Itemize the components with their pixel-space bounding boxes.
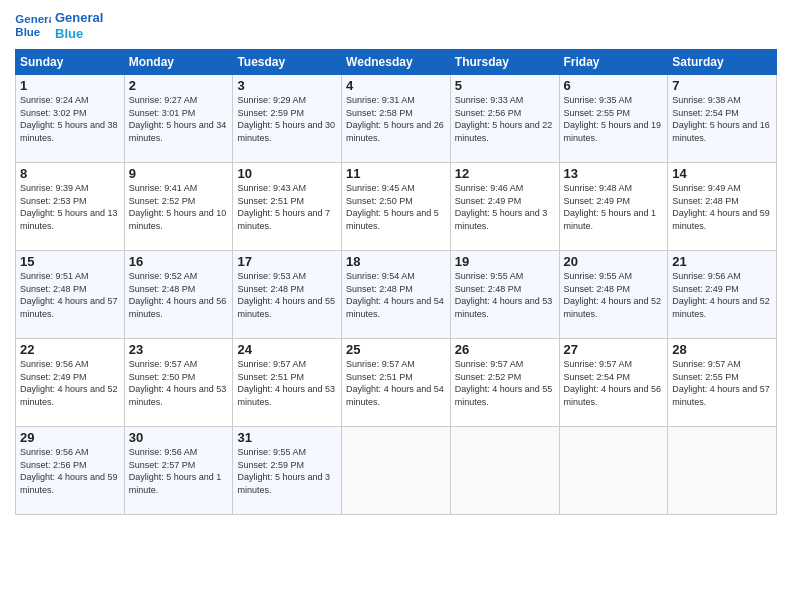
day-number: 3 (237, 78, 337, 93)
day-info: Sunrise: 9:56 AM Sunset: 2:56 PM Dayligh… (20, 446, 120, 496)
daylight-label: Daylight: 4 hours and 52 minutes. (20, 384, 118, 407)
calendar-day-cell: 13 Sunrise: 9:48 AM Sunset: 2:49 PM Dayl… (559, 163, 668, 251)
col-saturday: Saturday (668, 50, 777, 75)
calendar-day-cell: 31 Sunrise: 9:55 AM Sunset: 2:59 PM Dayl… (233, 427, 342, 515)
sunset-label: Sunset: 2:50 PM (129, 372, 196, 382)
sunset-label: Sunset: 2:48 PM (455, 284, 522, 294)
day-info: Sunrise: 9:52 AM Sunset: 2:48 PM Dayligh… (129, 270, 229, 320)
day-number: 18 (346, 254, 446, 269)
day-info: Sunrise: 9:24 AM Sunset: 3:02 PM Dayligh… (20, 94, 120, 144)
calendar-day-cell (450, 427, 559, 515)
sunset-label: Sunset: 2:56 PM (455, 108, 522, 118)
day-number: 22 (20, 342, 120, 357)
day-info: Sunrise: 9:57 AM Sunset: 2:55 PM Dayligh… (672, 358, 772, 408)
calendar-day-cell: 16 Sunrise: 9:52 AM Sunset: 2:48 PM Dayl… (124, 251, 233, 339)
sunset-label: Sunset: 2:48 PM (346, 284, 413, 294)
calendar-day-cell: 6 Sunrise: 9:35 AM Sunset: 2:55 PM Dayli… (559, 75, 668, 163)
daylight-label: Daylight: 4 hours and 52 minutes. (672, 296, 770, 319)
daylight-label: Daylight: 5 hours and 16 minutes. (672, 120, 770, 143)
daylight-label: Daylight: 5 hours and 5 minutes. (346, 208, 439, 231)
daylight-label: Daylight: 4 hours and 52 minutes. (564, 296, 662, 319)
day-info: Sunrise: 9:46 AM Sunset: 2:49 PM Dayligh… (455, 182, 555, 232)
sunset-label: Sunset: 2:51 PM (237, 196, 304, 206)
calendar-day-cell: 18 Sunrise: 9:54 AM Sunset: 2:48 PM Dayl… (342, 251, 451, 339)
daylight-label: Daylight: 5 hours and 38 minutes. (20, 120, 118, 143)
daylight-label: Daylight: 4 hours and 59 minutes. (20, 472, 118, 495)
sunset-label: Sunset: 2:52 PM (455, 372, 522, 382)
sunrise-label: Sunrise: 9:56 AM (672, 271, 741, 281)
calendar-day-cell: 15 Sunrise: 9:51 AM Sunset: 2:48 PM Dayl… (16, 251, 125, 339)
calendar-day-cell: 20 Sunrise: 9:55 AM Sunset: 2:48 PM Dayl… (559, 251, 668, 339)
sunset-label: Sunset: 2:48 PM (237, 284, 304, 294)
day-number: 12 (455, 166, 555, 181)
sunrise-label: Sunrise: 9:29 AM (237, 95, 306, 105)
day-info: Sunrise: 9:54 AM Sunset: 2:48 PM Dayligh… (346, 270, 446, 320)
sunrise-label: Sunrise: 9:54 AM (346, 271, 415, 281)
sunset-label: Sunset: 2:49 PM (455, 196, 522, 206)
logo: General Blue General Blue (15, 10, 103, 41)
sunset-label: Sunset: 3:01 PM (129, 108, 196, 118)
sunrise-label: Sunrise: 9:57 AM (346, 359, 415, 369)
col-tuesday: Tuesday (233, 50, 342, 75)
day-info: Sunrise: 9:39 AM Sunset: 2:53 PM Dayligh… (20, 182, 120, 232)
calendar-day-cell: 22 Sunrise: 9:56 AM Sunset: 2:49 PM Dayl… (16, 339, 125, 427)
sunrise-label: Sunrise: 9:39 AM (20, 183, 89, 193)
sunset-label: Sunset: 2:53 PM (20, 196, 87, 206)
sunrise-label: Sunrise: 9:49 AM (672, 183, 741, 193)
day-number: 2 (129, 78, 229, 93)
day-number: 31 (237, 430, 337, 445)
calendar-week-row: 29 Sunrise: 9:56 AM Sunset: 2:56 PM Dayl… (16, 427, 777, 515)
sunrise-label: Sunrise: 9:35 AM (564, 95, 633, 105)
sunrise-label: Sunrise: 9:57 AM (237, 359, 306, 369)
calendar-day-cell: 19 Sunrise: 9:55 AM Sunset: 2:48 PM Dayl… (450, 251, 559, 339)
sunrise-label: Sunrise: 9:33 AM (455, 95, 524, 105)
day-number: 8 (20, 166, 120, 181)
daylight-label: Daylight: 5 hours and 34 minutes. (129, 120, 227, 143)
sunrise-label: Sunrise: 9:48 AM (564, 183, 633, 193)
daylight-label: Daylight: 4 hours and 59 minutes. (672, 208, 770, 231)
day-info: Sunrise: 9:48 AM Sunset: 2:49 PM Dayligh… (564, 182, 664, 232)
calendar-day-cell: 25 Sunrise: 9:57 AM Sunset: 2:51 PM Dayl… (342, 339, 451, 427)
day-number: 26 (455, 342, 555, 357)
daylight-label: Daylight: 5 hours and 10 minutes. (129, 208, 227, 231)
sunset-label: Sunset: 2:49 PM (564, 196, 631, 206)
daylight-label: Daylight: 4 hours and 53 minutes. (455, 296, 553, 319)
calendar-day-cell: 17 Sunrise: 9:53 AM Sunset: 2:48 PM Dayl… (233, 251, 342, 339)
calendar-day-cell: 27 Sunrise: 9:57 AM Sunset: 2:54 PM Dayl… (559, 339, 668, 427)
calendar-day-cell: 8 Sunrise: 9:39 AM Sunset: 2:53 PM Dayli… (16, 163, 125, 251)
day-number: 28 (672, 342, 772, 357)
day-number: 19 (455, 254, 555, 269)
day-info: Sunrise: 9:57 AM Sunset: 2:51 PM Dayligh… (237, 358, 337, 408)
calendar-day-cell: 4 Sunrise: 9:31 AM Sunset: 2:58 PM Dayli… (342, 75, 451, 163)
col-friday: Friday (559, 50, 668, 75)
day-info: Sunrise: 9:29 AM Sunset: 2:59 PM Dayligh… (237, 94, 337, 144)
sunrise-label: Sunrise: 9:51 AM (20, 271, 89, 281)
sunrise-label: Sunrise: 9:46 AM (455, 183, 524, 193)
daylight-label: Daylight: 5 hours and 13 minutes. (20, 208, 118, 231)
logo-blue: Blue (55, 26, 103, 42)
day-info: Sunrise: 9:56 AM Sunset: 2:49 PM Dayligh… (672, 270, 772, 320)
day-number: 6 (564, 78, 664, 93)
day-number: 4 (346, 78, 446, 93)
day-info: Sunrise: 9:53 AM Sunset: 2:48 PM Dayligh… (237, 270, 337, 320)
daylight-label: Daylight: 5 hours and 3 minutes. (455, 208, 548, 231)
day-number: 16 (129, 254, 229, 269)
calendar-day-cell (668, 427, 777, 515)
day-number: 7 (672, 78, 772, 93)
sunset-label: Sunset: 2:56 PM (20, 460, 87, 470)
calendar-day-cell: 12 Sunrise: 9:46 AM Sunset: 2:49 PM Dayl… (450, 163, 559, 251)
day-info: Sunrise: 9:49 AM Sunset: 2:48 PM Dayligh… (672, 182, 772, 232)
day-number: 10 (237, 166, 337, 181)
calendar-day-cell: 11 Sunrise: 9:45 AM Sunset: 2:50 PM Dayl… (342, 163, 451, 251)
calendar-day-cell: 28 Sunrise: 9:57 AM Sunset: 2:55 PM Dayl… (668, 339, 777, 427)
calendar-week-row: 15 Sunrise: 9:51 AM Sunset: 2:48 PM Dayl… (16, 251, 777, 339)
sunrise-label: Sunrise: 9:57 AM (129, 359, 198, 369)
calendar-day-cell: 2 Sunrise: 9:27 AM Sunset: 3:01 PM Dayli… (124, 75, 233, 163)
sunset-label: Sunset: 2:49 PM (20, 372, 87, 382)
daylight-label: Daylight: 4 hours and 57 minutes. (672, 384, 770, 407)
day-number: 25 (346, 342, 446, 357)
day-number: 21 (672, 254, 772, 269)
day-info: Sunrise: 9:56 AM Sunset: 2:49 PM Dayligh… (20, 358, 120, 408)
sunrise-label: Sunrise: 9:41 AM (129, 183, 198, 193)
day-number: 23 (129, 342, 229, 357)
